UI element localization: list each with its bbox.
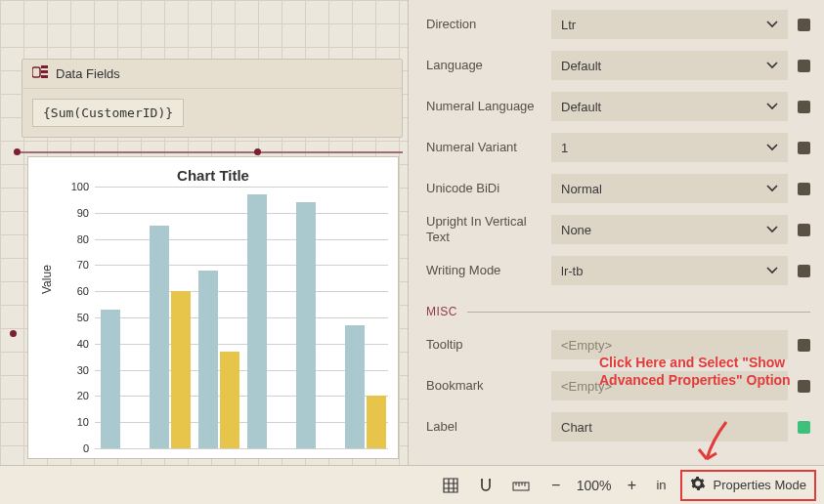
ruler-unit[interactable]: in [656,478,666,492]
expression-marker[interactable] [798,224,810,236]
property-row-unicode_bidi: Unicode BiDiNormal [426,168,810,209]
property-label: Numeral Variant [426,140,551,155]
expression-marker[interactable] [798,101,810,113]
property-row-numeral_language: Numeral LanguageDefault [426,86,810,127]
expression-marker[interactable] [798,142,810,154]
chart-gridline [95,422,388,423]
chart-ytick: 70 [65,259,89,271]
expression-marker[interactable] [798,60,810,72]
expression-marker[interactable] [798,183,810,195]
expression-marker[interactable] [798,380,810,393]
chart-gridline [95,187,388,188]
chart-preview[interactable]: Chart Title Value 0102030405060708090100 [27,156,399,459]
property-label: Numeral Language [426,99,551,114]
chart-ytick: 50 [65,312,89,323]
chart-bar [171,291,191,448]
chart-gridline [95,317,388,318]
property-row-label: LabelChart [426,406,810,447]
snap-toggle-button[interactable] [475,475,497,496]
expression-marker[interactable] [798,19,810,31]
property-label: Language [426,58,551,73]
expression-marker[interactable] [798,421,810,434]
property-select-unicode_bidi[interactable]: Normal [551,174,788,203]
property-row-language: LanguageDefault [426,45,810,86]
data-fields-icon [32,65,48,82]
chart-bar [367,396,386,448]
chart-gridline [95,396,388,397]
property-label: Writing Mode [426,263,551,278]
chart-bar [101,310,120,448]
property-label: Direction [426,17,551,32]
selection-handle[interactable] [254,148,261,155]
property-input-tooltip[interactable]: <Empty> [551,330,788,359]
chevron-down-icon [766,18,778,31]
property-row-writing_mode: Writing Modelr-tb [426,250,810,291]
property-select-writing_mode[interactable]: lr-tb [551,256,788,285]
property-select-upright_vertical[interactable]: None [551,215,788,244]
chart-ytick: 40 [65,338,89,350]
chevron-down-icon [766,264,778,277]
chevron-down-icon [766,59,778,72]
chart-ytick: 100 [65,181,89,192]
zoom-out-button[interactable]: − [545,475,567,496]
property-row-direction: DirectionLtr [426,4,810,45]
property-row-upright_vertical: Upright In Vertical TextNone [426,209,810,250]
ruler-toggle-button[interactable] [510,475,532,496]
chart-bar [150,226,169,448]
property-select-direction[interactable]: Ltr [551,10,788,39]
properties-mode-label: Properties Mode [714,478,806,492]
data-fields-header: Data Fields [22,60,402,89]
svg-rect-3 [41,75,48,78]
property-row-numeral_variant: Numeral Variant1 [426,127,810,168]
data-fields-panel[interactable]: Data Fields {Sum(CustomerID)} [22,59,403,138]
chart-ytick: 30 [65,364,89,376]
chart-bar [296,202,316,448]
property-select-numeral_variant[interactable]: 1 [551,133,788,162]
chart-bar [345,325,365,448]
expression-marker[interactable] [798,339,810,352]
gear-icon [690,476,706,494]
chevron-down-icon [766,182,778,195]
design-canvas[interactable]: Data Fields {Sum(CustomerID)} Chart Titl… [0,0,409,465]
data-fields-title: Data Fields [56,66,120,81]
property-label: Unicode BiDi [426,181,551,196]
svg-rect-1 [41,65,48,68]
chart-bar [247,194,267,448]
zoom-level: 100% [577,478,612,493]
zoom-in-button[interactable]: + [621,475,642,496]
svg-rect-0 [32,67,40,77]
chevron-down-icon [766,100,778,113]
expression-marker[interactable] [798,265,810,277]
property-row-tooltip: Tooltip<Empty> [426,324,810,365]
property-input-label[interactable]: Chart [551,412,788,441]
property-select-numeral_language[interactable]: Default [551,92,788,121]
properties-panel[interactable]: DirectionLtrLanguageDefaultNumeral Langu… [409,0,824,465]
zoom-control: − 100% + [545,475,643,496]
chevron-down-icon [766,141,778,154]
chart-gridline [95,239,388,240]
selection-handle[interactable] [14,148,21,155]
property-input-bookmark[interactable]: <Empty> [551,371,788,400]
chart-ytick: 90 [65,207,89,219]
property-label: Tooltip [426,337,551,353]
chart-gridline [95,213,388,214]
grid-toggle-button[interactable] [440,475,461,496]
property-row-bookmark: Bookmark<Empty> [426,365,810,406]
chart-bar [220,352,239,448]
section-header-misc: MISC [426,305,810,318]
status-bar: − 100% + in Properties Mode [0,465,824,504]
chart-gridline [95,265,388,266]
svg-rect-4 [513,483,529,490]
svg-rect-2 [41,70,48,73]
property-select-language[interactable]: Default [551,51,788,80]
properties-mode-button[interactable]: Properties Mode [680,470,816,501]
chart-bar [198,271,218,448]
property-label: Upright In Vertical Text [426,214,551,244]
chart-gridline [95,370,388,371]
chart-ytick: 60 [65,285,89,297]
field-expression[interactable]: {Sum(CustomerID)} [32,99,184,127]
chart-ytick: 20 [65,390,89,401]
selection-handle[interactable] [10,330,17,337]
chart-gridline [95,448,388,449]
property-label: Bookmark [426,378,551,394]
